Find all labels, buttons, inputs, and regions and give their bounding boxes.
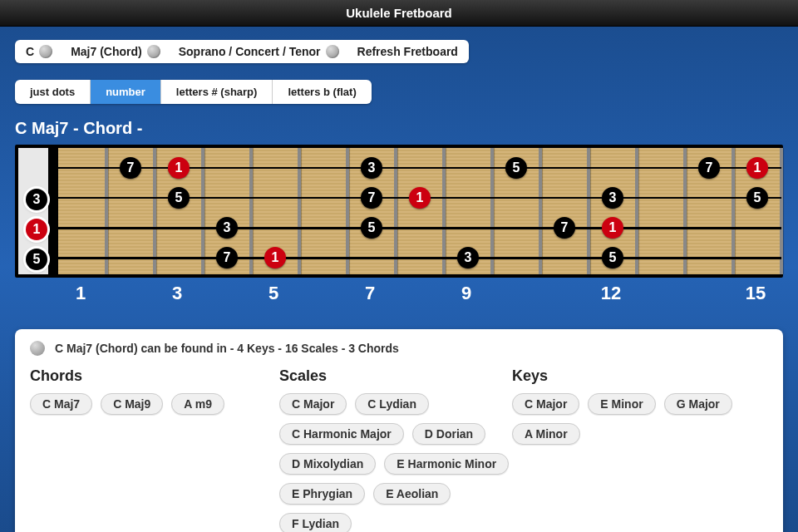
pill-c-harmonic-major[interactable]: C Harmonic Major <box>279 423 404 445</box>
pill-d-mixolydian[interactable]: D Mixolydian <box>279 453 376 475</box>
pill-a-m9[interactable]: A m9 <box>171 393 224 415</box>
segment-letters-b-flat-[interactable]: letters b (flat) <box>273 80 371 104</box>
info-panel: C Maj7 (Chord) can be found in - 4 Keys … <box>15 329 783 532</box>
fret-note[interactable]: 5 <box>361 217 382 239</box>
pill-e-aeolian[interactable]: E Aeolian <box>373 483 451 505</box>
keys-list: C MajorE MinorG MajorA Minor <box>512 393 745 445</box>
pill-e-phrygian[interactable]: E Phrygian <box>279 483 365 505</box>
pill-f-lydian[interactable]: F Lydian <box>279 513 352 532</box>
info-summary: C Maj7 (Chord) can be found in - 4 Keys … <box>55 342 399 355</box>
pill-c-major[interactable]: C Major <box>279 393 347 415</box>
fret-note[interactable]: 1 <box>168 157 190 179</box>
pill-e-minor[interactable]: E Minor <box>588 393 655 415</box>
pill-c-maj9[interactable]: C Maj9 <box>101 393 163 415</box>
string <box>58 227 781 229</box>
fret-note[interactable]: 1 <box>746 157 768 179</box>
key-label: C <box>26 45 34 58</box>
fret-note[interactable]: 7 <box>361 187 382 209</box>
fret-note[interactable]: 3 <box>361 157 382 179</box>
instrument-label: Soprano / Concert / Tenor <box>179 45 321 58</box>
string <box>58 167 781 169</box>
selector-row: C Maj7 (Chord) Soprano / Concert / Tenor… <box>15 40 469 63</box>
scales-list: C MajorC LydianC Harmonic MajorD DorianD… <box>279 393 512 532</box>
fret-note[interactable]: 5 <box>746 187 768 209</box>
fret-marker-label: 9 <box>461 283 471 304</box>
fret-note[interactable]: 7 <box>698 157 720 179</box>
fret-note[interactable]: 7 <box>554 217 575 239</box>
fret-note[interactable]: 3 <box>457 247 479 268</box>
scales-heading: Scales <box>279 367 512 385</box>
fret-note[interactable]: 5 <box>505 157 527 179</box>
fret-marker-label: 1 <box>76 283 86 304</box>
pill-c-maj7[interactable]: C Maj7 <box>30 393 92 415</box>
pill-d-dorian[interactable]: D Dorian <box>412 423 485 445</box>
fret-note[interactable]: 3 <box>216 217 238 239</box>
dropdown-icon <box>39 45 52 58</box>
main-content: C Maj7 (Chord) Soprano / Concert / Tenor… <box>0 27 798 532</box>
chord-selector[interactable]: Maj7 (Chord) <box>62 42 169 61</box>
fret-note[interactable]: 5 <box>602 247 623 268</box>
fret-marker-label: 7 <box>365 283 375 304</box>
pill-c-major[interactable]: C Major <box>512 393 579 415</box>
fretboard[interactable]: 315 7135715713535717135 <box>15 145 783 278</box>
title-bar: Ukulele Fretboard <box>0 0 798 27</box>
keys-heading: Keys <box>512 367 745 385</box>
app-title: Ukulele Fretboard <box>346 6 452 20</box>
scales-row: C Harmonic MajorD Dorian <box>279 423 512 445</box>
string <box>58 257 781 259</box>
dropdown-icon <box>326 45 339 58</box>
nut-area: 315 <box>18 148 53 274</box>
fretboard-container: 315 7135715713535717135 135791215 <box>15 145 783 308</box>
fret-marker-label: 15 <box>746 283 766 304</box>
refresh-label: Refresh Fretboard <box>357 45 458 58</box>
info-icon <box>30 341 45 356</box>
info-columns: Chords C Maj7C Maj9A m9 Scales C MajorC … <box>30 367 768 532</box>
segment-just-dots[interactable]: just dots <box>15 80 91 104</box>
info-header: C Maj7 (Chord) can be found in - 4 Keys … <box>30 341 768 356</box>
key-selector[interactable]: C <box>17 42 61 61</box>
scales-row: D MixolydianE Harmonic Minor <box>279 453 512 475</box>
keys-row: C MajorE MinorG Major <box>512 393 745 415</box>
open-note[interactable]: 1 <box>26 219 47 240</box>
chord-title: C Maj7 - Chord - <box>15 119 783 138</box>
fret-area: 7135715713535717135 <box>58 148 781 274</box>
segment-letters-sharp-[interactable]: letters # (sharp) <box>161 80 273 104</box>
chords-column: Chords C Maj7C Maj9A m9 <box>30 367 279 532</box>
fret-marker-label: 12 <box>601 283 621 304</box>
fret-markers-row: 135791215 <box>15 283 783 308</box>
pill-c-lydian[interactable]: C Lydian <box>355 393 429 415</box>
fret-note[interactable]: 7 <box>120 157 141 179</box>
open-note[interactable]: 3 <box>26 189 47 210</box>
scales-column: Scales C MajorC LydianC Harmonic MajorD … <box>279 367 512 532</box>
fret-marker-label: 5 <box>268 283 278 304</box>
fret-note[interactable]: 5 <box>168 187 190 209</box>
scales-row: C MajorC Lydian <box>279 393 512 415</box>
display-mode-segment: just dotsnumberletters # (sharp)letters … <box>15 80 372 104</box>
segment-number[interactable]: number <box>91 80 161 104</box>
open-note[interactable]: 5 <box>26 249 47 270</box>
keys-row: A Minor <box>512 423 745 445</box>
scales-row: E PhrygianE AeolianF Lydian <box>279 483 512 532</box>
chords-heading: Chords <box>30 367 279 385</box>
fret-note[interactable]: 7 <box>216 247 238 268</box>
dropdown-icon <box>147 45 160 58</box>
chord-label: Maj7 (Chord) <box>71 45 142 58</box>
fret-note[interactable]: 1 <box>264 247 286 268</box>
keys-column: Keys C MajorE MinorG MajorA Minor <box>512 367 745 532</box>
pill-g-major[interactable]: G Major <box>664 393 732 415</box>
fret-note[interactable]: 1 <box>602 217 623 239</box>
pill-a-minor[interactable]: A Minor <box>512 423 580 445</box>
refresh-button[interactable]: Refresh Fretboard <box>349 42 466 61</box>
pill-e-harmonic-minor[interactable]: E Harmonic Minor <box>384 453 509 475</box>
fret-note[interactable]: 3 <box>602 187 623 209</box>
fret-marker-label: 3 <box>172 283 182 304</box>
instrument-selector[interactable]: Soprano / Concert / Tenor <box>170 42 347 61</box>
fret-note[interactable]: 1 <box>409 187 431 209</box>
chords-list: C Maj7C Maj9A m9 <box>30 393 279 415</box>
